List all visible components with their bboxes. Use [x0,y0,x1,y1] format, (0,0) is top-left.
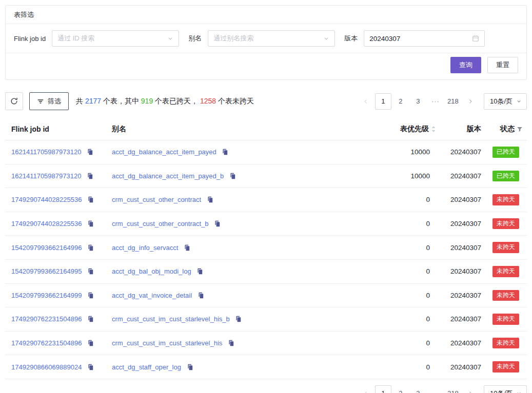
priority-cell: 0 [352,236,442,260]
page-ellipsis[interactable]: ··· [427,93,444,110]
job-id-link[interactable]: 1749290744028225536 [11,196,82,203]
copy-job-id-button[interactable] [87,196,94,203]
copy-job-id-button[interactable] [87,268,94,275]
alias-link[interactable]: acct_dg_balance_acct_item_payed_b [112,172,224,180]
alias-link[interactable]: acct_dg_staff_oper_log [112,363,181,371]
filter-card-header: 表筛选 [6,6,526,24]
sort-icon[interactable] [431,126,436,133]
copy-alias-button[interactable] [187,364,193,370]
chevron-down-icon [516,98,522,104]
alias-link[interactable]: crm_cust_cust_im_cust_starlevel_his_b [112,315,230,323]
job-id-select[interactable]: 通过 ID 搜索 [52,30,179,47]
status-badge: 已跨天 [492,147,519,158]
copy-alias-button[interactable] [229,173,236,179]
copy-alias-button[interactable] [235,316,242,322]
next-page-button[interactable] [462,385,479,393]
filter-funnel-icon[interactable] [517,126,523,132]
refresh-button[interactable] [5,92,23,110]
copy-job-id-button[interactable] [87,316,94,322]
copy-alias-button[interactable] [228,340,234,346]
alias-link[interactable]: crm_cust_cust_im_cust_starlevel_his [112,339,222,347]
job-id-cell: 1749290744028225536 [5,188,106,212]
job-id-link[interactable]: 1749290744028225536 [11,220,82,227]
copy-icon [222,149,228,155]
job-id-link[interactable]: 1542097993662164999 [11,292,82,299]
alias-link[interactable]: acct_dg_balance_acct_item_payed [112,148,216,156]
table-row: 1749290866069889024 acct_dg_staff_oper_l… [5,355,527,379]
filter-card-title: 表筛选 [14,10,34,19]
copy-icon [87,196,94,203]
alias-cell: crm_cust_cust_other_contract [106,188,352,212]
priority-cell: 10000 [352,164,442,188]
copy-job-id-button[interactable] [87,220,94,227]
page-button-2[interactable]: 2 [392,93,409,110]
refresh-icon [10,97,18,105]
page-ellipsis[interactable]: ··· [427,385,444,393]
reset-button[interactable]: 重置 [487,57,518,73]
copy-job-id-button[interactable] [87,292,94,299]
filter-lines-icon [37,98,44,105]
copy-job-id-button[interactable] [87,149,93,155]
job-id-link[interactable]: 1749290762231504896 [11,339,82,347]
page-size-select[interactable]: 10条/页 [484,385,527,393]
version-cell: 20240307 [442,212,486,236]
page-button-3[interactable]: 3 [410,93,426,110]
alias-cell: acct_dg_bal_obj_modi_log [106,259,352,283]
job-id-cell: 1749290744028225536 [5,212,106,236]
page-button-1[interactable]: 1 [375,93,391,110]
alias-link[interactable]: crm_cust_cust_other_contract_b [112,220,209,227]
page-button-1[interactable]: 1 [375,385,391,393]
copy-job-id-button[interactable] [87,173,93,179]
table-row: 1749290744028225536 crm_cust_cust_other_… [5,188,527,212]
alias-cell: crm_cust_cust_im_cust_starlevel_his [106,331,352,355]
alias-link[interactable]: acct_dg_bal_obj_modi_log [112,267,191,275]
col-header-status[interactable]: 状态 [486,118,527,140]
filter-row: Flink job id 通过 ID 搜索 别名 通过别名搜索 版本 20240… [6,24,526,53]
alias-link[interactable]: crm_cust_cust_other_contract [112,196,201,203]
job-id-link[interactable]: 1621411705987973120 [11,148,81,156]
filter-toggle-button[interactable]: 筛选 [29,92,69,110]
job-id-link[interactable]: 1542097993662164995 [11,267,82,275]
table-row: 1542097993662164999 acct_dg_vat_invoice_… [5,283,527,307]
alias-select[interactable]: 通过别名搜索 [208,30,335,47]
status-cell: 未跨天 [486,188,527,212]
version-date-input[interactable]: 20240307 [364,30,485,47]
page-button-218[interactable]: 218 [445,385,461,393]
copy-icon [87,149,93,155]
page-button-3[interactable]: 3 [410,385,426,393]
summary-uncrossed-count: 1258 [200,97,216,105]
job-id-label: Flink job id [14,35,46,43]
job-id-link[interactable]: 1749290866069889024 [11,363,82,371]
page-button-2[interactable]: 2 [392,385,409,393]
version-cell: 20240307 [442,140,486,164]
copy-alias-button[interactable] [222,149,228,155]
job-id-link[interactable]: 1542097993662164996 [11,244,82,252]
job-id-link[interactable]: 1621411705987973120 [11,172,81,180]
alias-link[interactable]: acct_dg_vat_invoice_detail [112,292,192,299]
tables-table: Flink job id 别名 表优先级 版本 状态 [5,118,527,379]
copy-job-id-button[interactable] [87,364,94,370]
col-header-priority[interactable]: 表优先级 [352,118,442,140]
next-page-button[interactable] [462,93,479,110]
col-header-status-label: 状态 [500,125,515,134]
copy-alias-button[interactable] [214,220,221,227]
alias-cell: crm_cust_cust_im_cust_starlevel_his_b [106,307,352,332]
page-size-select[interactable]: 10条/页 [484,93,527,110]
copy-alias-button[interactable] [198,292,204,299]
copy-alias-button[interactable] [207,196,213,203]
copy-alias-button[interactable] [184,244,190,251]
copy-alias-button[interactable] [196,268,203,275]
job-id-placeholder: 通过 ID 搜索 [57,34,94,43]
alias-cell: acct_dg_balance_acct_item_payed_b [106,164,352,188]
copy-job-id-button[interactable] [87,244,94,251]
version-cell: 20240307 [442,259,486,283]
job-id-link[interactable]: 1749290762231504896 [11,315,82,323]
alias-link[interactable]: acct_dg_info_servacct [112,244,178,252]
priority-cell: 0 [352,355,442,379]
query-button[interactable]: 查询 [450,57,481,73]
alias-cell: acct_dg_balance_acct_item_payed [106,140,352,164]
prev-page-button[interactable] [358,93,374,110]
page-button-218[interactable]: 218 [445,93,461,110]
copy-job-id-button[interactable] [87,340,94,346]
prev-page-button[interactable] [358,385,374,393]
